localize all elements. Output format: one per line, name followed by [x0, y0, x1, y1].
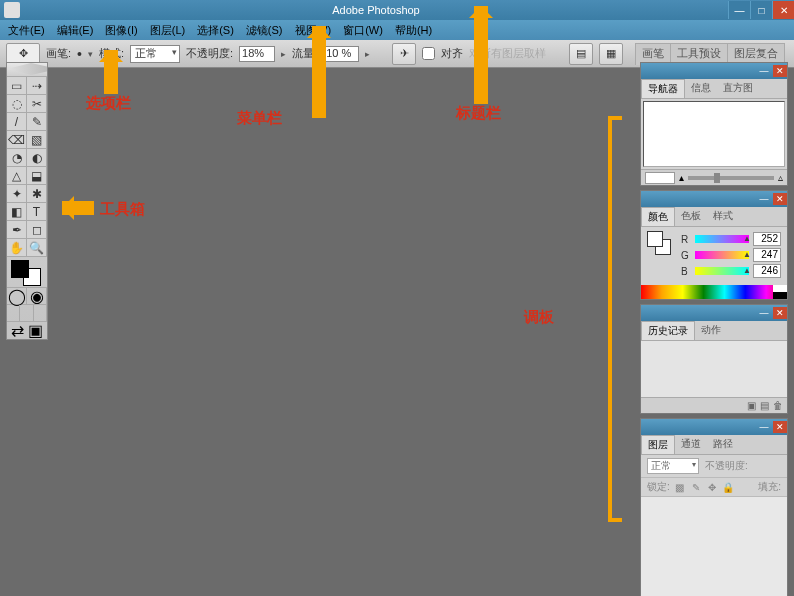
opacity-dropdown-icon[interactable]: ▸	[281, 49, 286, 59]
tool-12[interactable]: ✦	[7, 185, 27, 203]
layer-list[interactable]	[641, 497, 787, 596]
delete-state-icon[interactable]: 🗑	[773, 400, 783, 411]
tool-19[interactable]: 🔍	[27, 239, 47, 257]
color-spectrum[interactable]	[641, 285, 787, 299]
standard-mode-button[interactable]: ◯	[7, 288, 27, 304]
menu-edit[interactable]: 编辑(E)	[51, 21, 100, 40]
r-value[interactable]: 252	[753, 232, 781, 246]
panel-close-icon[interactable]: ✕	[773, 307, 787, 319]
lock-all-icon[interactable]: 🔒	[722, 481, 734, 493]
collapse-icon[interactable]: —	[757, 421, 771, 433]
tool-1[interactable]: ⇢	[27, 77, 47, 95]
tool-5[interactable]: ✎	[27, 113, 47, 131]
r-slider[interactable]	[695, 235, 749, 243]
tool-3[interactable]: ✂	[27, 95, 47, 113]
lock-pixels-icon[interactable]: ▩	[674, 481, 686, 493]
tool-8[interactable]: ◔	[7, 149, 27, 167]
tab-color[interactable]: 颜色	[641, 207, 675, 226]
menu-layer[interactable]: 图层(L)	[144, 21, 191, 40]
screen-standard-button[interactable]	[7, 305, 20, 321]
screen-full-button[interactable]	[34, 305, 47, 321]
b-value[interactable]: 246	[753, 264, 781, 278]
brushes-panel-toggle[interactable]: ▦	[599, 43, 623, 65]
zoom-input[interactable]	[645, 172, 675, 184]
tool-6[interactable]: ⌫	[7, 131, 27, 149]
layer-blend-dropdown[interactable]: 正常	[647, 458, 699, 474]
panel-header[interactable]: — ✕	[641, 419, 787, 435]
menu-view[interactable]: 视图(V)	[289, 21, 338, 40]
maximize-button[interactable]: □	[750, 1, 772, 19]
palette-well-toggle[interactable]: ▤	[569, 43, 593, 65]
screen-full-menubar-button[interactable]	[20, 305, 33, 321]
collapse-icon[interactable]: —	[757, 307, 771, 319]
g-slider[interactable]	[695, 251, 749, 259]
lock-paint-icon[interactable]: ✎	[690, 481, 702, 493]
tool-0[interactable]: ▭	[7, 77, 27, 95]
history-panel: — ✕ 历史记录 动作 ▣ ▤ 🗑	[640, 304, 788, 414]
tab-actions[interactable]: 动作	[695, 321, 727, 340]
tab-layers[interactable]: 图层	[641, 435, 675, 454]
toolbox-header[interactable]	[7, 63, 47, 77]
tab-styles[interactable]: 样式	[707, 207, 739, 226]
menu-file[interactable]: 文件(E)	[2, 21, 51, 40]
tool-18[interactable]: ✋	[7, 239, 27, 257]
panel-close-icon[interactable]: ✕	[773, 193, 787, 205]
tool-14[interactable]: ◧	[7, 203, 27, 221]
tab-info[interactable]: 信息	[685, 79, 717, 98]
tool-13[interactable]: ✱	[27, 185, 47, 203]
tab-swatches[interactable]: 色板	[675, 207, 707, 226]
panel-header[interactable]: — ✕	[641, 305, 787, 321]
tool-2[interactable]: ◌	[7, 95, 27, 113]
fg-swatch[interactable]	[647, 231, 663, 247]
panel-header[interactable]: — ✕	[641, 63, 787, 79]
flow-input[interactable]: 10 %	[323, 46, 359, 62]
tools-grid: ▭⇢◌✂/✎⌫▧◔◐△⬓✦✱◧T✒◻✋🔍	[7, 77, 47, 257]
history-list[interactable]	[641, 341, 787, 397]
panel-header[interactable]: — ✕	[641, 191, 787, 207]
quick-mask-mode-button[interactable]: ◉	[27, 288, 47, 304]
panel-close-icon[interactable]: ✕	[773, 421, 787, 433]
tab-navigator[interactable]: 导航器	[641, 79, 685, 98]
zoom-slider[interactable]	[688, 176, 774, 180]
tool-16[interactable]: ✒	[7, 221, 27, 239]
tab-paths[interactable]: 路径	[707, 435, 739, 454]
tool-11[interactable]: ⬓	[27, 167, 47, 185]
panel-close-icon[interactable]: ✕	[773, 65, 787, 77]
tab-channels[interactable]: 通道	[675, 435, 707, 454]
tool-4[interactable]: /	[7, 113, 27, 131]
minimize-button[interactable]: —	[728, 1, 750, 19]
collapse-icon[interactable]: —	[757, 65, 771, 77]
tool-9[interactable]: ◐	[27, 149, 47, 167]
new-doc-from-state-icon[interactable]: ▤	[760, 400, 769, 411]
tool-17[interactable]: ◻	[27, 221, 47, 239]
tab-history[interactable]: 历史记录	[641, 321, 695, 340]
g-value[interactable]: 247	[753, 248, 781, 262]
tool-15[interactable]: T	[27, 203, 47, 221]
menu-help[interactable]: 帮助(H)	[389, 21, 438, 40]
close-button[interactable]: ✕	[772, 1, 794, 19]
brush-picker-dropdown-icon[interactable]: ▾	[88, 49, 93, 59]
collapse-icon[interactable]: —	[757, 193, 771, 205]
color-swatch-pair[interactable]	[647, 231, 673, 257]
align-checkbox[interactable]	[422, 47, 435, 60]
b-slider[interactable]	[695, 267, 749, 275]
new-snapshot-icon[interactable]: ▣	[747, 400, 756, 411]
menu-filter[interactable]: 滤镜(S)	[240, 21, 289, 40]
tool-7[interactable]: ▧	[27, 131, 47, 149]
airbrush-toggle[interactable]: ✈	[392, 43, 416, 65]
menu-window[interactable]: 窗口(W)	[337, 21, 389, 40]
flow-dropdown-icon[interactable]: ▸	[365, 49, 370, 59]
zoom-in-icon[interactable]: ▵	[778, 172, 783, 183]
navigator-preview[interactable]	[643, 101, 785, 167]
go-to-imageready[interactable]: ⇄ ▣	[7, 321, 47, 339]
lock-position-icon[interactable]: ✥	[706, 481, 718, 493]
blend-mode-dropdown[interactable]: 正常	[130, 45, 180, 63]
opacity-input[interactable]: 18%	[239, 46, 275, 62]
tool-10[interactable]: △	[7, 167, 27, 185]
zoom-out-icon[interactable]: ▴	[679, 172, 684, 183]
menu-select[interactable]: 选择(S)	[191, 21, 240, 40]
tab-histogram[interactable]: 直方图	[717, 79, 759, 98]
foreground-color-swatch[interactable]	[11, 260, 29, 278]
brush-size-indicator[interactable]: •	[77, 46, 82, 62]
menu-image[interactable]: 图像(I)	[99, 21, 143, 40]
